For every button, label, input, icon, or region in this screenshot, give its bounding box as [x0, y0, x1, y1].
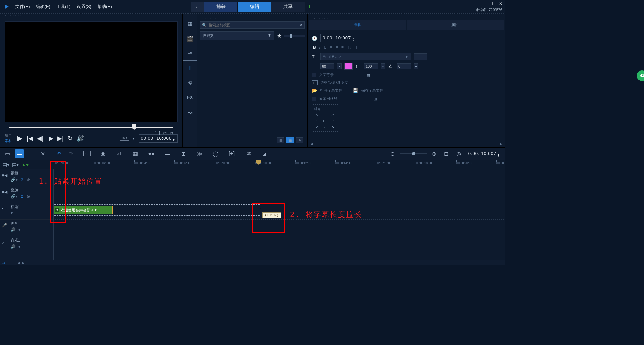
- resize-dropdown-icon[interactable]: ▾: [132, 136, 135, 141]
- snapshot-icon[interactable]: ⧉: [170, 131, 173, 135]
- props-tab-edit[interactable]: 编辑: [309, 20, 406, 30]
- view-list-icon[interactable]: ▤: [277, 137, 284, 143]
- track-motion-button[interactable]: ◯: [211, 149, 220, 158]
- save-subtitle-icon[interactable]: 💾: [353, 88, 359, 93]
- search-input[interactable]: [209, 23, 300, 27]
- scroll-right-button[interactable]: ▶: [22, 261, 25, 265]
- align-right-icon[interactable]: ≡: [341, 45, 344, 50]
- timeline-content[interactable]: T 欢迎使用会声会影2019 ↔ (10:07): [54, 169, 505, 260]
- panel-grip[interactable]: : : : : : : : :: [0, 14, 182, 19]
- preview-timecode[interactable]: 00:00: 10:006▲▼: [139, 134, 178, 143]
- 3d-title-button[interactable]: T3D: [243, 149, 253, 158]
- menu-file[interactable]: 文件(F): [15, 4, 30, 10]
- multitrim-button[interactable]: ⊞: [179, 149, 188, 158]
- grid-settings-icon[interactable]: ⊞: [374, 97, 377, 101]
- filter-tab-icon[interactable]: FX: [183, 90, 197, 105]
- align-mid-left[interactable]: ←: [314, 118, 320, 123]
- line-spacing-input[interactable]: 100: [364, 63, 378, 69]
- goto-end-button[interactable]: ▶|: [57, 135, 64, 142]
- path-tab-icon[interactable]: ↝: [183, 105, 197, 120]
- play-button[interactable]: ▶: [17, 134, 22, 143]
- scroll-left-button[interactable]: ◀: [17, 261, 20, 265]
- open-subtitle-icon[interactable]: 📂: [312, 88, 318, 93]
- props-tab-attributes[interactable]: 属性: [407, 20, 504, 30]
- next-frame-button[interactable]: |▶: [47, 135, 53, 142]
- panel-grip[interactable]: : : : : : : :: [309, 15, 504, 20]
- mute-icon[interactable]: 🔊: [11, 227, 16, 232]
- align-center-icon[interactable]: ≡: [336, 45, 338, 50]
- aspect-ratio-badge[interactable]: 16:9: [120, 136, 129, 141]
- zoom-slider[interactable]: [400, 153, 427, 154]
- props-scrollbar[interactable]: ◀▶: [309, 142, 504, 146]
- voice-track-row[interactable]: [54, 220, 505, 236]
- title-track-row[interactable]: T 欢迎使用会声会影2019 ↔ (10:07): [54, 203, 505, 220]
- preview-scrubber[interactable]: [9, 126, 173, 129]
- pan-zoom-button[interactable]: [+]: [227, 149, 236, 158]
- subtitle-button[interactable]: ▬: [163, 149, 172, 158]
- timeline-view-button[interactable]: ▬: [15, 149, 24, 158]
- project-duration-input[interactable]: 0:00: 10:007▲▼: [466, 150, 502, 158]
- motion-button[interactable]: ≫: [195, 149, 204, 158]
- duration-input[interactable]: 0:00: 10:007▲▼: [320, 34, 357, 42]
- font-color-extra-dropdown[interactable]: [414, 53, 427, 60]
- panel-grip[interactable]: : : : : : :: [200, 16, 305, 21]
- track-manager-button[interactable]: ▵▿: [2, 261, 5, 265]
- video-track-row[interactable]: [54, 169, 505, 186]
- rotation-stepper[interactable]: ◂▸: [414, 63, 418, 69]
- menu-help[interactable]: 帮助(H): [97, 4, 112, 10]
- volume-button[interactable]: 🔊: [77, 135, 84, 142]
- mute-icon[interactable]: 🔊: [11, 244, 16, 249]
- mark-out-icon[interactable]: ]: [159, 131, 160, 135]
- rotation-input[interactable]: 0: [397, 63, 411, 69]
- paint-button[interactable]: ◢: [259, 149, 269, 158]
- search-clear-button[interactable]: ×: [300, 23, 302, 27]
- edit-icon[interactable]: ✎: [296, 137, 303, 143]
- font-size-input[interactable]: 60: [320, 63, 334, 69]
- instant-project-icon[interactable]: 🎬: [183, 31, 197, 46]
- add-favorite-icon[interactable]: ★: [277, 32, 282, 39]
- track-header-overlay[interactable]: ■◀ 叠加1 🔗▾⊘※: [0, 186, 53, 203]
- disable-icon[interactable]: ⊘: [20, 194, 24, 199]
- timeline-scrollbar[interactable]: ▵▿ ◀ ▶: [0, 260, 505, 265]
- italic-button[interactable]: I: [319, 45, 320, 50]
- workflow-tab-capture[interactable]: 捕获: [204, 2, 237, 12]
- zoom-in-button[interactable]: ⊕: [430, 149, 439, 158]
- fx-track-icon[interactable]: ※: [26, 177, 30, 182]
- upload-icon[interactable]: ⬆: [305, 4, 315, 9]
- track-header-video[interactable]: ■◀ 视频 🔗▾⊘※: [0, 169, 53, 186]
- align-top-right[interactable]: ↗: [330, 112, 336, 117]
- goto-start-button[interactable]: |◀: [26, 135, 33, 142]
- show-grid-checkbox[interactable]: [312, 97, 316, 101]
- close-button[interactable]: ✕: [499, 1, 502, 6]
- align-left-icon[interactable]: ≡: [330, 45, 332, 50]
- track-header-title[interactable]: ₁T 标题1 ▾: [0, 203, 53, 220]
- graphics-tab-icon[interactable]: ❁: [183, 75, 197, 90]
- fit-width-button[interactable]: |↔|: [82, 149, 92, 158]
- split-icon[interactable]: ✂: [163, 131, 167, 135]
- font-color-swatch[interactable]: [344, 63, 353, 70]
- menu-edit[interactable]: 编辑(E): [36, 4, 50, 10]
- font-size-dropdown[interactable]: ▼: [337, 63, 342, 69]
- disable-icon[interactable]: ⊘: [20, 177, 24, 182]
- preview-mode-toggle[interactable]: 项目 素材: [5, 133, 12, 143]
- align-center[interactable]: ◻: [322, 118, 328, 123]
- expand-icon[interactable]: ▾: [11, 211, 13, 215]
- thumbnail-size-slider[interactable]: [284, 35, 305, 37]
- bold-button[interactable]: B: [313, 45, 316, 50]
- add-cue-button[interactable]: ▤▾: [3, 162, 9, 167]
- menu-tools[interactable]: 工具(T): [56, 4, 71, 10]
- expand-icon[interactable]: ▾: [18, 244, 20, 249]
- align-mid-right[interactable]: →: [330, 118, 336, 123]
- auto-music-button[interactable]: ▦: [130, 149, 140, 158]
- expand-icon[interactable]: ▾: [18, 227, 20, 232]
- workflow-tab-share[interactable]: 共享: [271, 2, 305, 12]
- favorites-dropdown[interactable]: 收藏夹▼: [200, 31, 274, 40]
- track-header-voice[interactable]: 🎤 声音 🔊▾: [0, 220, 53, 236]
- title-clip[interactable]: T 欢迎使用会声会影2019: [54, 206, 112, 214]
- tools-button[interactable]: ✕: [38, 149, 47, 158]
- mixer-button[interactable]: ♪♪: [114, 149, 124, 158]
- storyboard-view-button[interactable]: ▭: [3, 149, 12, 158]
- redo-button[interactable]: ↷: [66, 149, 75, 158]
- vertical-text-icon[interactable]: T↓: [347, 45, 352, 50]
- view-grid-icon[interactable]: ▦: [286, 137, 294, 143]
